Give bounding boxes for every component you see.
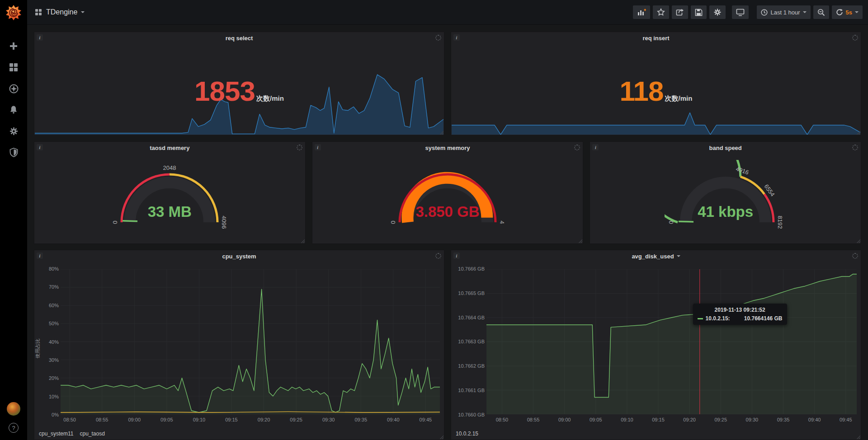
dashboard-title-dropdown[interactable]: TDengine	[46, 8, 85, 16]
y-tick-label: 0%	[42, 412, 59, 417]
svg-text:0: 0	[112, 220, 119, 224]
y-axis-label: 使用占比	[34, 332, 41, 364]
panel-title: band speed	[709, 145, 742, 151]
panel-avg-disk-used: i avg_disk_used 10.7666 GB10.7665 GB10.7…	[451, 250, 861, 440]
stat-unit: 次数/min	[256, 94, 284, 103]
alerting-bell-icon[interactable]	[9, 105, 19, 115]
y-tick-label: 80%	[42, 266, 59, 271]
share-button[interactable]	[672, 5, 688, 19]
y-tick-label: 40%	[42, 339, 59, 345]
panel-resize-handle[interactable]	[856, 435, 860, 439]
legend-label: 10.0.2.15	[456, 431, 478, 437]
time-range-picker[interactable]: Last 1 hour	[757, 5, 810, 19]
configuration-gear-icon[interactable]	[9, 126, 19, 136]
y-tick-label: 10.7664 GB	[454, 315, 485, 320]
x-tick-label: 09:15	[652, 417, 665, 422]
legend-item[interactable]: cpu_system11	[39, 431, 73, 437]
panel-header[interactable]: req insert	[451, 32, 861, 44]
panel-resize-handle[interactable]	[856, 239, 860, 243]
panel-title: req insert	[642, 35, 669, 42]
panel-info-icon[interactable]: i	[37, 253, 43, 259]
panel-loading-spinner	[852, 145, 858, 150]
legend-label: cpu_system11	[39, 431, 73, 437]
x-axis: 08:5008:5509:0009:0509:1009:1509:2009:25…	[61, 417, 440, 423]
svg-text:2048: 2048	[163, 164, 176, 171]
x-tick-label: 09:25	[290, 417, 302, 422]
panel-header[interactable]: band speed	[590, 142, 861, 154]
panel-info-icon[interactable]: i	[453, 34, 460, 41]
add-panel-button[interactable]	[633, 5, 650, 19]
server-admin-shield-icon[interactable]	[9, 147, 19, 157]
graph-tooltip: 2019-11-13 09:21:52 10.0.2.15: 10.766414…	[693, 304, 787, 325]
x-tick-label: 09:05	[590, 417, 602, 422]
panel-title: avg_disk_used	[632, 253, 674, 260]
panel-title: cpu_system	[222, 253, 256, 260]
zoom-out-button[interactable]	[813, 5, 829, 19]
legend-label: cpu_taosd	[80, 431, 104, 437]
x-tick-label: 09:40	[387, 417, 400, 422]
x-tick-label: 09:00	[128, 417, 141, 422]
panel-info-icon[interactable]: i	[37, 34, 43, 41]
panel-title: req select	[226, 35, 253, 42]
y-tick-label: 10%	[42, 394, 59, 399]
chevron-down-icon	[81, 11, 85, 15]
y-tick-label: 50%	[42, 321, 59, 326]
x-tick-label: 08:50	[496, 417, 509, 422]
tooltip-timestamp: 2019-11-13 09:21:52	[698, 307, 783, 313]
legend-item[interactable]: cpu_taosd	[80, 431, 104, 437]
panel-info-icon[interactable]: i	[453, 253, 460, 259]
panel-resize-handle[interactable]	[856, 131, 860, 135]
dashboard-grid-icon[interactable]	[35, 9, 42, 15]
band-speed-gauge: 0491665548192 41 kbps	[665, 160, 787, 232]
panel-loading-spinner	[852, 35, 858, 41]
panel-header[interactable]: avg_disk_used	[451, 250, 861, 262]
y-tick-label: 70%	[42, 284, 59, 290]
x-tick-label: 09:30	[322, 417, 335, 422]
sidebar-menu	[9, 41, 19, 402]
tooltip-series-value: 10.7664146 GB	[744, 315, 783, 322]
chevron-down-icon	[855, 11, 859, 15]
y-tick-label: 30%	[42, 357, 59, 363]
user-avatar[interactable]	[7, 402, 20, 416]
panel-info-icon[interactable]: i	[37, 144, 43, 150]
x-tick-label: 09:40	[808, 417, 821, 422]
legend-item[interactable]: 10.0.2.15	[456, 431, 478, 437]
dashboards-icon[interactable]	[9, 62, 19, 72]
refresh-button[interactable]: 5s	[832, 5, 863, 19]
star-button[interactable]	[653, 5, 669, 19]
time-range-label: Last 1 hour	[770, 9, 800, 16]
help-icon[interactable]: ?	[9, 423, 19, 433]
x-tick-label: 08:50	[63, 417, 76, 422]
cycle-view-button[interactable]	[732, 5, 749, 19]
panel-header[interactable]: system memory	[312, 142, 583, 154]
panel-header[interactable]: taosd memery	[34, 142, 305, 154]
panel-info-icon[interactable]: i	[592, 144, 599, 150]
save-button[interactable]	[691, 5, 707, 19]
panel-header[interactable]: cpu_system	[34, 250, 444, 262]
x-tick-label: 09:20	[258, 417, 270, 422]
sidebar-bottom: ?	[7, 402, 20, 440]
req-select-value: 1853 次数/min	[34, 77, 444, 105]
y-tick-label: 10.7666 GB	[454, 266, 485, 271]
settings-gear-button[interactable]	[709, 5, 726, 19]
panel-info-icon[interactable]: i	[315, 144, 321, 150]
cpu-system-chart[interactable]	[61, 269, 440, 414]
dashboard-title: TDengine	[46, 8, 77, 16]
panel-resize-handle[interactable]	[578, 239, 582, 243]
avg-disk-used-chart[interactable]	[486, 269, 857, 414]
gauge-value: 3.850 GB	[387, 203, 509, 220]
panel-resize-handle[interactable]	[301, 239, 305, 243]
panel-resize-handle[interactable]	[439, 435, 443, 439]
create-icon[interactable]	[9, 41, 19, 51]
y-axis: 80%70%60%50%40%30%20%10%0%	[42, 266, 59, 417]
x-tick-label: 09:35	[354, 417, 367, 422]
x-tick-label: 09:30	[746, 417, 759, 422]
grafana-logo[interactable]	[0, 0, 27, 25]
explore-compass-icon[interactable]	[9, 84, 19, 94]
panel-resize-handle[interactable]	[439, 131, 443, 135]
taosd-memory-gauge: 020484096 33 MB	[108, 160, 231, 232]
panel-menu-caret-icon[interactable]	[677, 255, 680, 259]
y-tick-label: 10.7662 GB	[454, 363, 485, 369]
x-tick-label: 08:55	[96, 417, 108, 422]
panel-header[interactable]: req select	[34, 32, 444, 44]
